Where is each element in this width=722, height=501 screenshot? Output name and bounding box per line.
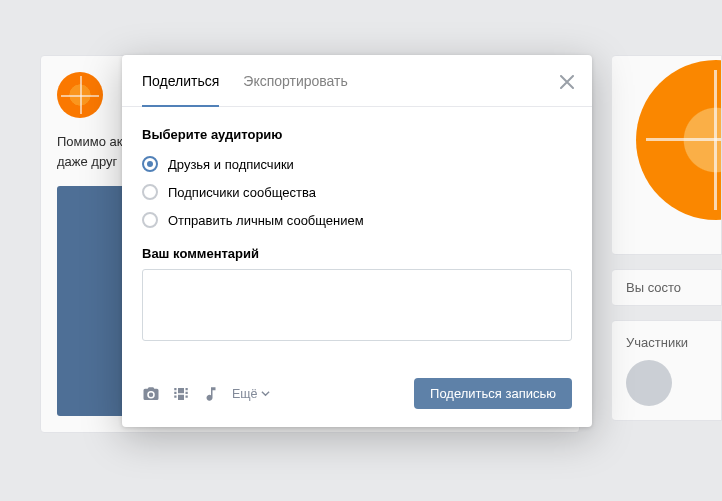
close-icon[interactable] <box>556 71 578 93</box>
audience-title: Выберите аудиторию <box>142 127 572 142</box>
music-icon[interactable] <box>202 385 220 403</box>
radio-label: Друзья и подписчики <box>168 157 294 172</box>
share-submit-button[interactable]: Поделиться записью <box>414 378 572 409</box>
radio-icon <box>142 184 158 200</box>
camera-icon[interactable] <box>142 385 160 403</box>
more-attachments[interactable]: Ещё <box>232 387 270 401</box>
comment-label: Ваш комментарий <box>142 246 572 261</box>
comment-input[interactable] <box>142 269 572 341</box>
radio-friends[interactable]: Друзья и подписчики <box>142 156 572 172</box>
tab-share[interactable]: Поделиться <box>142 55 219 107</box>
tab-export[interactable]: Экспортировать <box>243 55 347 107</box>
radio-community[interactable]: Подписчики сообщества <box>142 184 572 200</box>
radio-label: Отправить личным сообщением <box>168 213 364 228</box>
radio-private[interactable]: Отправить личным сообщением <box>142 212 572 228</box>
video-icon[interactable] <box>172 385 190 403</box>
radio-icon <box>142 212 158 228</box>
more-label: Ещё <box>232 387 258 401</box>
radio-label: Подписчики сообщества <box>168 185 316 200</box>
chevron-down-icon <box>261 389 270 398</box>
radio-icon <box>142 156 158 172</box>
share-modal: Поделиться Экспортировать Выберите аудит… <box>122 55 592 427</box>
